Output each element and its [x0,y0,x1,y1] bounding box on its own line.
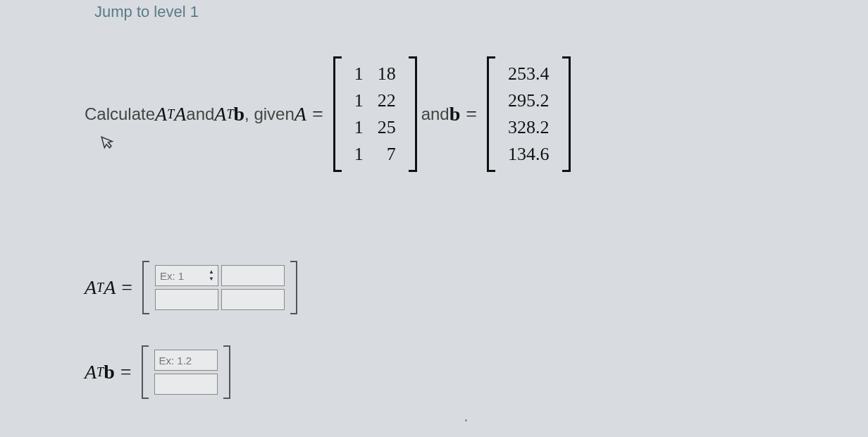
text-and-1: and [186,104,214,124]
matrix-A-cell: 18 [371,61,403,87]
sym-b-1: b [233,103,244,125]
matrix-A-cell: 1 [347,141,371,168]
question-text: Calculate ATA and ATb , given A = 118 12… [85,56,575,172]
matrix-A-cell: 1 [347,87,371,114]
jump-to-level-link[interactable]: Jump to level 1 [94,3,199,21]
atb-input-1[interactable] [154,374,218,395]
sup-T-2: T [226,107,233,122]
noise-dot [465,419,467,421]
sup-T-1: T [167,107,174,122]
answer-ata-row: ATA = ▲▼ [85,261,297,314]
matrix-A: 118 122 125 17 [333,56,417,172]
sym-A-2: A [174,103,186,125]
vector-b-cell: 134.6 [501,141,557,168]
atb-sym-A: A [85,361,97,383]
equals-2: = [460,103,483,125]
ata-sup: T [97,281,104,295]
matrix-A-cell: 1 [347,114,371,141]
ata-sym-A2: A [104,276,116,299]
atb-equals: = [115,361,137,383]
sym-A-3: A [214,103,226,125]
atb-input-0[interactable] [154,350,218,371]
matrix-A-cell: 22 [371,87,403,114]
ata-input-1-1[interactable] [221,289,285,310]
atb-sym-b: b [104,361,115,383]
atb-input-matrix [142,345,230,399]
atb-sup: T [97,365,104,380]
ata-input-1-0[interactable] [155,289,218,310]
answer-atb-row: ATb = [85,345,230,399]
ata-equals: = [116,276,138,299]
vector-b-cell: 328.2 [501,114,557,141]
vector-b-cell: 295.2 [501,87,557,114]
vector-b-cell: 253.4 [501,61,557,87]
spinner-buttons[interactable]: ▲▼ [206,266,216,285]
equals-1: = [306,103,329,125]
vector-b: 253.4 295.2 328.2 134.6 [487,56,571,172]
text-given: , given [244,104,294,124]
text-and-2: and [421,104,450,124]
ata-sym-A1: A [85,276,97,299]
ata-input-matrix: ▲▼ [142,261,297,314]
sym-A-4: A [294,103,306,125]
sym-b-2: b [450,103,461,125]
matrix-A-cell: 25 [371,114,403,141]
ata-input-0-1[interactable] [221,265,285,286]
text-calculate: Calculate [85,104,155,124]
matrix-A-cell: 7 [371,141,403,168]
matrix-A-cell: 1 [347,61,371,87]
sym-A-1: A [155,103,167,125]
